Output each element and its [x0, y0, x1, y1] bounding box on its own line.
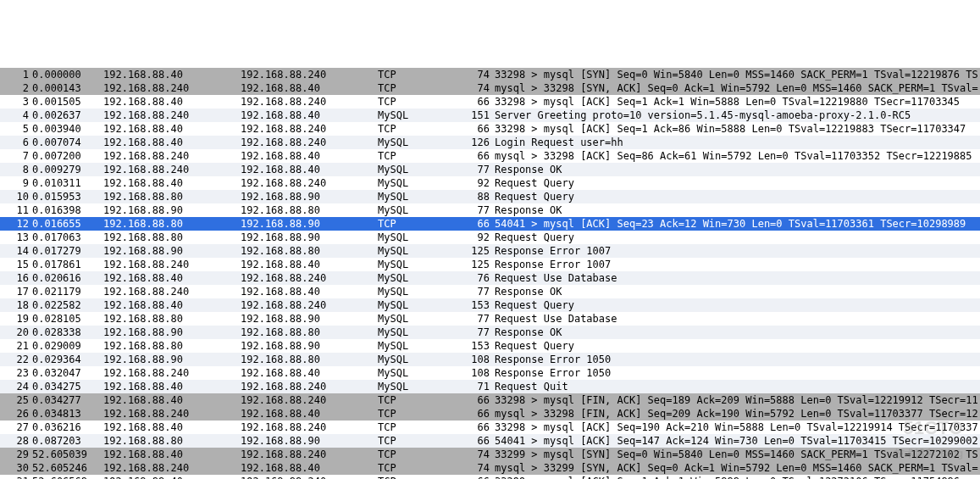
- col-length: 76: [437, 271, 490, 285]
- col-source: 192.168.88.40: [93, 136, 230, 149]
- col-length: 88: [437, 190, 490, 203]
- packet-row[interactable]: 130.017063192.168.88.80192.168.88.90MySQ…: [0, 231, 980, 244]
- col-destination: 192.168.88.90: [230, 190, 368, 203]
- col-time: 0.000143: [29, 81, 93, 95]
- col-no: 16: [3, 271, 29, 285]
- packet-row[interactable]: 2952.605039192.168.88.40192.168.88.240TC…: [0, 448, 980, 461]
- col-time: 0.016655: [29, 217, 93, 231]
- col-no: 12: [3, 217, 29, 231]
- col-info: mysql > 33299 [SYN, ACK] Seq=0 Ack=1 Win…: [490, 461, 980, 475]
- col-time: 0.087203: [29, 434, 93, 448]
- packet-row[interactable]: 280.087203192.168.88.80192.168.88.90TCP6…: [0, 434, 980, 448]
- col-protocol: MySQL: [368, 380, 437, 393]
- packet-row[interactable]: 70.007200192.168.88.240192.168.88.40TCP6…: [0, 149, 980, 163]
- col-protocol: MySQL: [368, 176, 437, 190]
- packet-row[interactable]: 100.015953192.168.88.80192.168.88.90MySQ…: [0, 190, 980, 203]
- col-length: 66: [437, 217, 490, 231]
- col-source: 192.168.88.240: [93, 163, 230, 176]
- col-destination: 192.168.88.80: [230, 244, 368, 258]
- col-no: 23: [3, 366, 29, 380]
- col-destination: 192.168.88.40: [230, 285, 368, 298]
- col-no: 28: [3, 434, 29, 448]
- col-time: 0.009279: [29, 163, 93, 176]
- col-length: 92: [437, 231, 490, 244]
- col-protocol: TCP: [368, 95, 437, 109]
- col-time: 0.015953: [29, 190, 93, 203]
- packet-row[interactable]: 250.034277192.168.88.40192.168.88.240TCP…: [0, 393, 980, 407]
- col-info: 33298 > mysql [ACK] Seq=1 Ack=1 Win=5888…: [490, 95, 980, 109]
- packet-row[interactable]: 270.036216192.168.88.40192.168.88.240TCP…: [0, 421, 980, 434]
- col-protocol: MySQL: [368, 231, 437, 244]
- col-time: 0.003940: [29, 122, 93, 136]
- col-no: 17: [3, 285, 29, 298]
- col-destination: 192.168.88.240: [230, 475, 368, 479]
- packet-row[interactable]: 3152.606568192.168.88.40192.168.88.240TC…: [0, 475, 980, 479]
- packet-row[interactable]: 140.017279192.168.88.90192.168.88.80MySQ…: [0, 244, 980, 258]
- packet-row[interactable]: 240.034275192.168.88.40192.168.88.240MyS…: [0, 380, 980, 393]
- col-destination: 192.168.88.240: [230, 393, 368, 407]
- col-no: 3: [3, 95, 29, 109]
- col-length: 77: [437, 163, 490, 176]
- col-destination: 192.168.88.240: [230, 176, 368, 190]
- packet-row[interactable]: 10.000000192.168.88.40192.168.88.240TCP7…: [0, 68, 980, 81]
- packet-row[interactable]: 210.029009192.168.88.80192.168.88.90MySQ…: [0, 339, 980, 353]
- packet-row[interactable]: 230.032047192.168.88.240192.168.88.40MyS…: [0, 366, 980, 380]
- packet-row[interactable]: 160.020616192.168.88.40192.168.88.240MyS…: [0, 271, 980, 285]
- packet-row[interactable]: 170.021179192.168.88.240192.168.88.40MyS…: [0, 285, 980, 298]
- col-protocol: MySQL: [368, 190, 437, 203]
- packet-row[interactable]: 60.007074192.168.88.40192.168.88.240MySQ…: [0, 136, 980, 149]
- col-time: 0.029364: [29, 353, 93, 366]
- col-info: Response OK: [490, 203, 980, 217]
- col-time: 0.036216: [29, 421, 93, 434]
- col-destination: 192.168.88.40: [230, 109, 368, 122]
- packet-row[interactable]: 110.016398192.168.88.90192.168.88.80MySQ…: [0, 203, 980, 217]
- packet-row[interactable]: 260.034813192.168.88.240192.168.88.40TCP…: [0, 407, 980, 421]
- col-source: 192.168.88.240: [93, 407, 230, 421]
- col-length: 126: [437, 136, 490, 149]
- packet-row[interactable]: 20.000143192.168.88.240192.168.88.40TCP7…: [0, 81, 980, 95]
- col-source: 192.168.88.40: [93, 393, 230, 407]
- col-no: 14: [3, 244, 29, 258]
- col-destination: 192.168.88.40: [230, 81, 368, 95]
- packet-row[interactable]: 3052.605246192.168.88.240192.168.88.40TC…: [0, 461, 980, 475]
- col-length: 153: [437, 298, 490, 312]
- col-protocol: TCP: [368, 68, 437, 81]
- col-time: 0.020616: [29, 271, 93, 285]
- col-source: 192.168.88.90: [93, 203, 230, 217]
- col-time: 0.028338: [29, 326, 93, 339]
- col-destination: 192.168.88.240: [230, 136, 368, 149]
- packet-row[interactable]: 30.001505192.168.88.40192.168.88.240TCP6…: [0, 95, 980, 109]
- col-protocol: MySQL: [368, 109, 437, 122]
- packet-row[interactable]: 200.028338192.168.88.90192.168.88.80MySQ…: [0, 326, 980, 339]
- col-length: 151: [437, 109, 490, 122]
- col-time: 0.017861: [29, 258, 93, 271]
- packet-row[interactable]: 50.003940192.168.88.40192.168.88.240TCP6…: [0, 122, 980, 136]
- packet-row[interactable]: 190.028105192.168.88.80192.168.88.90MySQ…: [0, 312, 980, 326]
- col-length: 125: [437, 258, 490, 271]
- col-no: 25: [3, 393, 29, 407]
- col-destination: 192.168.88.80: [230, 203, 368, 217]
- col-source: 192.168.88.40: [93, 68, 230, 81]
- packet-row[interactable]: 220.029364192.168.88.90192.168.88.80MySQ…: [0, 353, 980, 366]
- col-no: 29: [3, 448, 29, 461]
- col-protocol: TCP: [368, 475, 437, 479]
- packet-list[interactable]: 10.000000192.168.88.40192.168.88.240TCP7…: [0, 68, 980, 479]
- col-protocol: MySQL: [368, 136, 437, 149]
- col-info: Request Query: [490, 298, 980, 312]
- col-length: 66: [437, 149, 490, 163]
- col-protocol: MySQL: [368, 298, 437, 312]
- col-protocol: TCP: [368, 434, 437, 448]
- col-length: 74: [437, 448, 490, 461]
- col-length: 66: [437, 122, 490, 136]
- col-source: 192.168.88.240: [93, 109, 230, 122]
- packet-row[interactable]: 80.009279192.168.88.240192.168.88.40MySQ…: [0, 163, 980, 176]
- col-protocol: TCP: [368, 407, 437, 421]
- col-protocol: TCP: [368, 421, 437, 434]
- col-no: 21: [3, 339, 29, 353]
- packet-row[interactable]: 40.002637192.168.88.240192.168.88.40MySQ…: [0, 109, 980, 122]
- col-time: 0.021179: [29, 285, 93, 298]
- packet-row[interactable]: 90.010311192.168.88.40192.168.88.240MySQ…: [0, 176, 980, 190]
- packet-row[interactable]: 180.022582192.168.88.40192.168.88.240MyS…: [0, 298, 980, 312]
- packet-row[interactable]: 120.016655192.168.88.80192.168.88.90TCP6…: [0, 217, 980, 231]
- packet-row[interactable]: 150.017861192.168.88.240192.168.88.40MyS…: [0, 258, 980, 271]
